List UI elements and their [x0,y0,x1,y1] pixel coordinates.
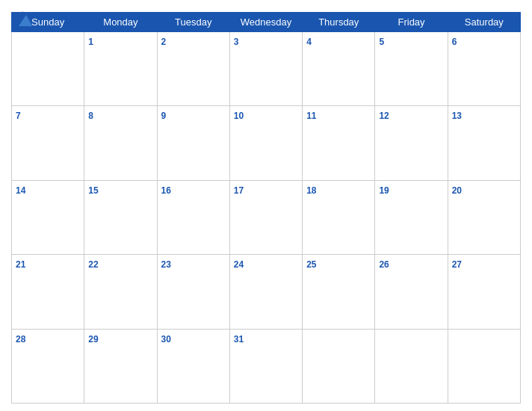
calendar-cell [12,32,84,106]
day-number: 13 [452,111,462,121]
calendar-cell: 18 [303,180,375,254]
calendar-cell [375,329,448,403]
weekday-header-wednesday: Wednesday [229,13,302,32]
day-number: 2 [161,37,167,47]
day-number: 24 [234,259,244,270]
week-row-1: 78910111213 [12,106,521,180]
day-number: 17 [234,185,244,196]
calendar-cell: 3 [229,32,302,106]
calendar-cell: 2 [157,32,229,106]
calendar-cell: 30 [157,329,229,403]
day-number: 28 [16,334,25,344]
calendar-cell: 23 [157,255,229,329]
day-number: 3 [234,37,239,47]
day-number: 26 [379,259,389,270]
day-number: 31 [234,334,244,344]
calendar-cell: 24 [229,255,302,329]
day-number: 10 [234,111,244,121]
day-number: 12 [379,111,389,121]
day-number: 18 [306,185,316,196]
calendar-cell: 22 [84,255,157,329]
calendar-table: SundayMondayTuesdayWednesdayThursdayFrid… [11,12,521,404]
weekday-header-tuesday: Tuesday [157,13,229,32]
calendar-cell: 31 [229,329,302,403]
calendar-cell: 27 [448,255,520,329]
day-number: 30 [161,334,171,344]
calendar-cell: 20 [448,180,520,254]
day-number: 29 [88,334,98,344]
day-number: 9 [161,111,167,121]
week-row-2: 14151617181920 [12,180,521,254]
day-number: 22 [88,259,98,270]
weekday-header-row: SundayMondayTuesdayWednesdayThursdayFrid… [12,13,521,32]
calendar-container: SundayMondayTuesdayWednesdayThursdayFrid… [0,0,532,411]
calendar-cell: 15 [84,180,157,254]
day-number: 27 [452,259,462,270]
weekday-header-saturday: Saturday [448,13,520,32]
calendar-cell: 9 [157,106,229,180]
day-number: 1 [88,37,93,47]
day-number: 23 [161,259,171,270]
day-number: 20 [452,185,462,196]
calendar-cell: 21 [12,255,84,329]
calendar-cell: 7 [12,106,84,180]
week-row-3: 21222324252627 [12,255,521,329]
calendar-cell [303,329,375,403]
day-number: 5 [379,37,384,47]
week-row-0: 123456 [12,32,521,106]
calendar-cell: 17 [229,180,302,254]
calendar-cell: 19 [375,180,448,254]
day-number: 6 [452,37,457,47]
day-number: 4 [306,37,312,47]
week-row-4: 28293031 [12,329,521,403]
day-number: 21 [16,259,25,270]
calendar-cell [448,329,520,403]
day-number: 7 [16,111,21,121]
calendar-cell: 16 [157,180,229,254]
logo-icon [11,7,34,30]
calendar-cell: 1 [84,32,157,106]
day-number: 25 [306,259,316,270]
calendar-cell: 11 [303,106,375,180]
weekday-header-friday: Friday [375,13,448,32]
calendar-cell: 8 [84,106,157,180]
calendar-cell: 12 [375,106,448,180]
calendar-cell: 26 [375,255,448,329]
weekday-header-thursday: Thursday [303,13,375,32]
day-number: 16 [161,185,171,196]
calendar-cell: 28 [12,329,84,403]
day-number: 19 [379,185,389,196]
weekday-header-monday: Monday [84,13,157,32]
calendar-cell: 13 [448,106,520,180]
calendar-cell: 6 [448,32,520,106]
day-number: 8 [88,111,93,121]
calendar-cell: 14 [12,180,84,254]
day-number: 15 [88,185,98,196]
calendar-cell: 4 [303,32,375,106]
day-number: 11 [306,111,316,121]
calendar-cell: 5 [375,32,448,106]
logo [11,7,35,30]
day-number: 14 [16,185,25,196]
calendar-cell: 10 [229,106,302,180]
calendar-cell: 29 [84,329,157,403]
calendar-cell: 25 [303,255,375,329]
